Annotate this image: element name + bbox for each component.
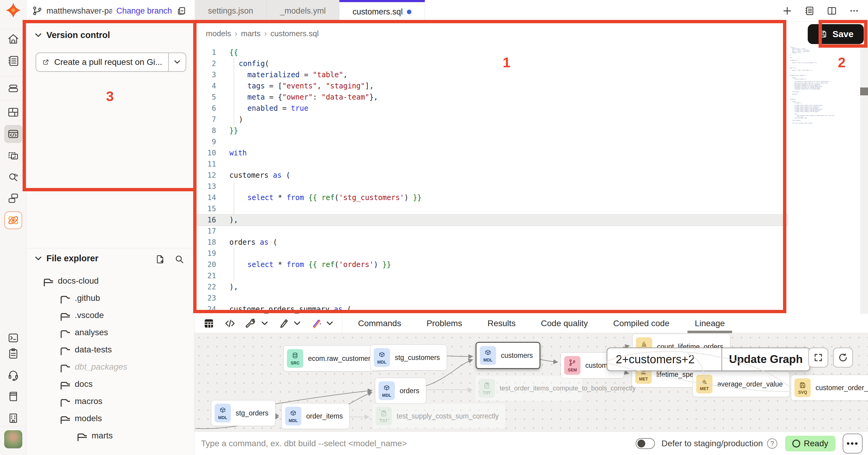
code-line-22[interactable]: 22), [194, 282, 788, 293]
code-line-16[interactable]: 16), [194, 215, 788, 226]
code-line-1[interactable]: 1{{ [194, 47, 788, 58]
panel-tab-commands[interactable]: Commands [358, 314, 401, 333]
lineage-fullscreen-button[interactable] [808, 348, 828, 368]
rail-organization-button[interactable] [4, 409, 22, 427]
lineage-node-stg_orders[interactable]: MDLstg_orders [211, 400, 276, 426]
create-pr-button-main[interactable]: Create a pull request on Gi... [36, 53, 168, 71]
lineage-node-ecom.raw_customers[interactable]: SRCecom.raw_customers [283, 345, 381, 371]
rail-support-button[interactable] [4, 366, 22, 384]
editor-scrollbar[interactable] [860, 22, 868, 314]
code-line-2[interactable]: 2 config( [194, 58, 788, 69]
code-line-9[interactable]: 9 [194, 136, 788, 147]
lineage-node-customer_order_metrics[interactable]: SVQcustomer_order_metrics [791, 375, 868, 401]
code-line-8[interactable]: 8}} [194, 125, 788, 136]
rail-notebook-button[interactable] [4, 52, 22, 70]
tree-item-dbt_packages[interactable]: dbt_packages [27, 358, 194, 375]
code-line-20[interactable]: 20 select * from {{ ref('orders') }} [194, 259, 788, 271]
code-line-17[interactable]: 17 [194, 226, 788, 237]
split-pane-icon[interactable] [827, 5, 837, 16]
rail-frame-button[interactable] [4, 147, 22, 165]
ai-fix-wand-icon[interactable] [310, 317, 322, 330]
scrollbar-thumb[interactable] [860, 87, 868, 95]
breadcrumb-part[interactable]: marts [241, 29, 261, 38]
rail-code-editor-button[interactable] [4, 125, 22, 143]
chevron-down-icon[interactable] [261, 319, 269, 328]
code-line-7[interactable]: 7 ) [194, 114, 788, 125]
code-line-18[interactable]: 18orders as ( [194, 237, 788, 248]
results-table-icon[interactable] [203, 317, 215, 330]
code-view-icon[interactable] [224, 317, 236, 330]
rail-explore-button[interactable] [4, 168, 22, 186]
new-file-icon[interactable] [155, 254, 165, 264]
rail-home-button[interactable] [4, 30, 22, 48]
code-line-19[interactable]: 19 [194, 248, 788, 259]
lineage-node-test_supply_costs_sum_correctly[interactable]: TSTtest_supply_costs_sum_correctly [372, 403, 506, 429]
breadcrumb-part[interactable]: models [206, 29, 231, 38]
tree-item-docs-cloud[interactable]: docs-cloud [27, 272, 194, 289]
code-line-11[interactable]: 11 [194, 159, 788, 170]
lineage-node-orders[interactable]: MDLorders [375, 378, 426, 404]
file-explorer-header[interactable]: File explorer [34, 253, 98, 263]
panel-tab-code-quality[interactable]: Code quality [541, 314, 588, 333]
panel-tab-problems[interactable]: Problems [427, 314, 462, 333]
code-line-15[interactable]: 15 [194, 203, 788, 215]
code-line-5[interactable]: 5 meta = {"owner": "data-team"}, [194, 92, 788, 103]
rail-drawer-button[interactable] [4, 79, 22, 97]
tree-item-macros[interactable]: macros [27, 393, 194, 410]
build-wrench-icon[interactable] [245, 317, 257, 330]
lineage-node-test_order_items_compute_to_bools_correctly[interactable]: TSTtest_order_items_compute_to_bools_cor… [475, 375, 583, 401]
tab-customers.sql[interactable]: customers.sql [339, 0, 425, 22]
code-line-13[interactable]: 13 [194, 181, 788, 192]
more-options-icon[interactable] [849, 5, 860, 16]
panel-tab-lineage[interactable]: Lineage [695, 314, 725, 333]
new-tab-plus-icon[interactable] [782, 5, 793, 16]
tab-_models.yml[interactable]: _models.yml [267, 0, 339, 22]
panel-tab-results[interactable]: Results [487, 314, 516, 333]
command-input[interactable]: Type a command, ex. dbt build --select <… [194, 439, 636, 448]
tree-item-models[interactable]: models [27, 410, 194, 427]
tree-item-marts[interactable]: marts [27, 427, 194, 444]
tree-item-data-tests[interactable]: data-tests [27, 341, 194, 358]
chevron-down-icon[interactable] [326, 319, 334, 328]
panel-tab-compiled-code[interactable]: Compiled code [613, 314, 670, 333]
code-line-24[interactable]: 24customer_orders_summary as ( [194, 304, 788, 315]
code-line-10[interactable]: 10with [194, 147, 788, 159]
rail-windows-button[interactable] [4, 189, 22, 207]
defer-toggle[interactable] [636, 438, 655, 449]
format-icon[interactable] [278, 317, 290, 330]
code-line-23[interactable]: 23 [194, 293, 788, 304]
outline-icon[interactable] [804, 5, 815, 16]
help-icon[interactable]: ? [767, 438, 777, 449]
tree-item-analyses[interactable]: analyses [27, 324, 194, 341]
lineage-selector-input[interactable]: 2+customers+2 [607, 348, 721, 371]
version-control-header[interactable]: Version control [34, 30, 110, 40]
update-graph-button[interactable]: Update Graph [721, 348, 809, 371]
rail-assist-button[interactable] [4, 211, 22, 229]
lineage-node-average_order_value[interactable]: METaverage_order_value [692, 371, 789, 397]
lineage-node-order_items[interactable]: MDLorder_items [281, 403, 350, 429]
search-icon[interactable] [174, 254, 184, 264]
user-avatar[interactable] [4, 430, 22, 448]
tree-item-docs[interactable]: docs [27, 375, 194, 393]
code-line-12[interactable]: 12customers as ( [194, 170, 788, 181]
code-line-21[interactable]: 21 [194, 271, 788, 282]
rail-dashboard-button[interactable] [4, 103, 22, 121]
change-branch-link[interactable]: Change branch [116, 6, 172, 16]
save-button[interactable]: Save [808, 24, 864, 44]
lineage-node-customers[interactable]: MDLcustomers [475, 342, 540, 369]
tree-item-.github[interactable]: .github [27, 289, 194, 307]
minimap[interactable]: {{ config( materialized = "table", tags … [789, 46, 860, 124]
code-lines[interactable]: 1{{2 config(3 materialized = "table",4 t… [194, 47, 788, 315]
status-more-button[interactable]: ••• [843, 433, 863, 454]
lineage-refresh-button[interactable] [833, 348, 853, 368]
code-line-6[interactable]: 6 enabled = true [194, 103, 788, 114]
chevron-down-icon[interactable] [293, 319, 301, 328]
rail-docs-button[interactable] [4, 388, 22, 405]
tree-item-.vscode[interactable]: .vscode [27, 307, 194, 324]
tab-settings.json[interactable]: settings.json [195, 0, 267, 22]
lineage-node-stg_customers[interactable]: MDLstg_customers [370, 345, 447, 371]
create-pr-button[interactable]: Create a pull request on Gi... [36, 53, 186, 72]
copy-icon[interactable] [176, 5, 187, 16]
create-pr-dropdown[interactable] [168, 53, 186, 71]
code-line-3[interactable]: 3 materialized = "table", [194, 69, 788, 81]
